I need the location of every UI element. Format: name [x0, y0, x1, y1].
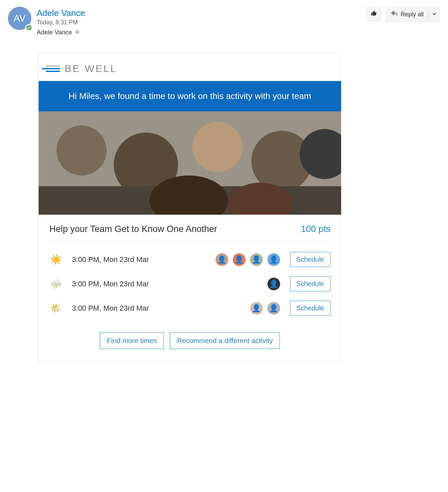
sender-avatar[interactable]: AV: [8, 7, 31, 30]
slot-time: 3:00 PM, Mon 23rd Mar: [72, 255, 149, 264]
attendee-avatars: 👤: [267, 278, 280, 290]
storm-icon: ⛈️: [49, 278, 63, 290]
time-slot: ⛈️3:00 PM, Mon 23rd Mar👤Schedule: [49, 272, 330, 296]
like-button[interactable]: [366, 7, 382, 22]
brand-text: BE WELL: [65, 63, 117, 74]
attendee-avatar[interactable]: 👤: [250, 302, 263, 315]
schedule-button[interactable]: Schedule: [290, 276, 330, 291]
reply-all-icon: [391, 10, 398, 19]
time-slot: 🌤️3:00 PM, Mon 23rd Mar👤👤Schedule: [49, 296, 330, 320]
attendee-avatar[interactable]: 👤: [233, 253, 245, 266]
reply-all-label: Reply all: [401, 11, 424, 18]
sunny-icon: ☀️: [49, 254, 63, 266]
svg-point-1: [57, 125, 107, 175]
card-banner: Hi Miles, we found a time to work on thi…: [39, 81, 341, 111]
slot-time: 3:00 PM, Mon 23rd Mar: [72, 280, 149, 288]
card-body: Help your Team Get to Know One Another 1…: [39, 215, 341, 362]
recipient-row[interactable]: Adele Vance: [37, 29, 366, 36]
thumbs-up-icon: [371, 10, 377, 18]
presence-available-icon: [25, 24, 33, 31]
attendee-avatars: 👤👤: [250, 302, 280, 315]
hero-image: [39, 111, 341, 215]
svg-point-3: [193, 122, 242, 172]
recommend-activity-button[interactable]: Recommend a different activity: [170, 332, 280, 349]
attendee-avatars: 👤👤👤👤: [216, 253, 280, 266]
card-footer: Find more times Recommend a different ac…: [49, 320, 330, 352]
reply-all-button[interactable]: Reply all: [385, 7, 440, 22]
activity-points: 100 pts: [301, 224, 330, 234]
brand-row: BE WELL: [39, 53, 341, 81]
activity-card: BE WELL Hi Miles, we found a time to wor…: [38, 53, 341, 363]
email-timestamp: Today, 8:31 PM: [37, 19, 366, 26]
header-info: Adele Vance Today, 8:31 PM Adele Vance: [37, 7, 366, 36]
attendee-avatar[interactable]: 👤: [267, 278, 280, 290]
partly-cloudy-icon: 🌤️: [49, 302, 63, 314]
attendee-avatar[interactable]: 👤: [216, 253, 228, 266]
slot-time: 3:00 PM, Mon 23rd Mar: [72, 304, 149, 313]
attendee-avatar[interactable]: 👤: [250, 253, 263, 266]
schedule-button[interactable]: Schedule: [290, 301, 330, 316]
find-more-times-button[interactable]: Find more times: [100, 332, 164, 349]
activity-title: Help your Team Get to Know One Another: [49, 224, 217, 234]
recipient-name: Adele Vance: [37, 29, 72, 36]
time-slots-list: ☀️3:00 PM, Mon 23rd Mar👤👤👤👤Schedule⛈️3:0…: [49, 241, 330, 320]
attendee-avatar[interactable]: 👤: [267, 302, 280, 315]
time-slot: ☀️3:00 PM, Mon 23rd Mar👤👤👤👤Schedule: [49, 247, 330, 272]
sender-name[interactable]: Adele Vance: [37, 8, 366, 18]
button-divider: [428, 11, 429, 18]
expand-recipients-icon[interactable]: [75, 29, 80, 36]
attendee-avatar[interactable]: 👤: [267, 253, 280, 266]
header-actions: Reply all: [366, 7, 440, 22]
schedule-button[interactable]: Schedule: [290, 252, 330, 267]
email-header: AV Adele Vance Today, 8:31 PM Adele Vanc…: [0, 0, 448, 36]
brand-logo-icon: [39, 65, 60, 72]
reply-options-caret-icon[interactable]: [432, 11, 437, 18]
activity-header: Help your Team Get to Know One Another 1…: [49, 215, 330, 241]
